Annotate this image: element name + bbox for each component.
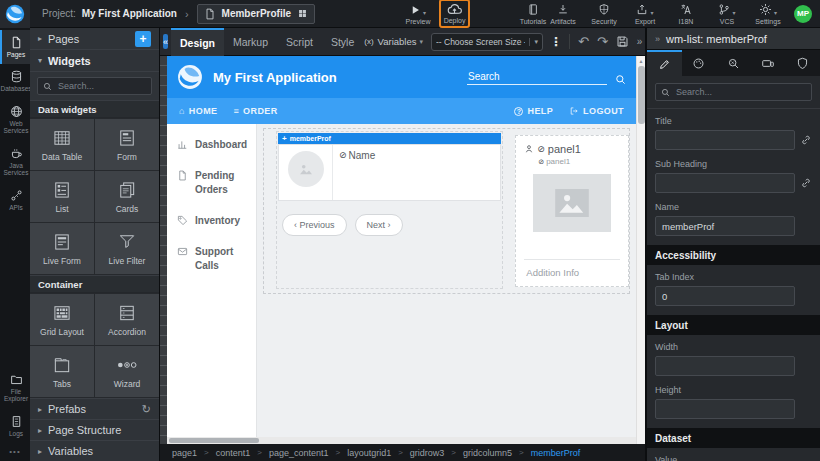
next-button[interactable]: Next › [355,214,403,236]
design-canvas[interactable]: My First Application ⌂ HOME [167,56,636,444]
widgets-section-header[interactable]: ▾ Widgets [30,50,159,72]
settings-button[interactable]: ▾ Settings [753,3,783,25]
widget-tile-wizard[interactable]: Wizard [95,346,159,397]
tab-properties-events[interactable] [716,50,751,76]
collapse-properties-icon[interactable]: » [655,34,660,44]
panel-image-placeholder[interactable] [533,174,611,232]
undo-icon[interactable]: ↶ [578,34,589,49]
bind-link-icon[interactable] [800,177,812,189]
rail-item-logs[interactable]: Logs [0,409,30,443]
rail-item-databases[interactable]: Databases [0,64,30,98]
tab-style[interactable]: Style [322,28,363,56]
collapse-right-panel-button[interactable]: » [637,36,643,47]
picture-placeholder[interactable] [288,151,324,187]
widget-search[interactable] [37,77,152,95]
widget-tile-accordion[interactable]: Accordion [95,294,159,345]
refresh-icon[interactable]: ↻ [142,403,151,416]
add-page-button[interactable]: + [135,31,151,47]
prefabs-section-header[interactable]: ▸ Prefabs ↻ [30,398,159,419]
hscroll-thumb[interactable] [169,438,259,443]
page-structure-section-header[interactable]: ▸ Page Structure [30,419,159,440]
widget-search-input[interactable] [56,80,146,92]
tutorials-button[interactable]: Tutorials [518,3,548,25]
canvas-vertical-scrollbar[interactable]: ▲ [636,56,645,444]
nav-help[interactable]: ? HELP [514,106,553,116]
subheading-input[interactable] [655,173,795,193]
tab-design[interactable]: Design [171,28,224,56]
pages-grid-icon[interactable] [297,8,308,19]
wavemaker-logo[interactable] [0,0,30,28]
widget-tile-tabs[interactable]: Tabs [30,346,94,397]
breadcrumb-item-memberprof[interactable]: memberProf [531,448,581,458]
width-input[interactable] [655,356,795,376]
tab-script[interactable]: Script [277,28,322,56]
properties-search-input[interactable] [674,86,806,98]
sidebar-item-support-calls[interactable]: Support Calls [177,245,246,273]
rail-item-pages[interactable]: Pages [0,30,30,64]
rail-item-web-services[interactable]: Web Services [0,99,30,141]
app-search-icon[interactable] [615,74,626,85]
page-selector[interactable]: MemberProfile [197,4,315,24]
vscroll-thumb[interactable] [638,66,645,124]
rail-overflow-dots[interactable]: ••• [0,443,30,461]
deploy-button[interactable]: Deploy [439,0,470,28]
panel-footer[interactable]: Addition Info [524,259,620,286]
panel-header[interactable]: ⊘ panel1 [524,143,620,155]
tabindex-input[interactable] [655,286,795,306]
breadcrumb-item-gridrow3[interactable]: gridrow3 [410,448,445,458]
tab-properties-styles[interactable] [682,50,717,76]
redo-icon[interactable]: ↷ [597,34,608,49]
more-options-kebab-icon[interactable]: ⋮ [550,35,562,49]
tab-properties-security[interactable] [785,50,820,76]
canvas-horizontal-scrollbar[interactable] [167,437,636,444]
widget-tile-grid-layout[interactable]: Grid Layout [30,294,94,345]
preview-button[interactable]: ▾ Preview [403,3,433,25]
name-input[interactable] [655,216,795,236]
widget-tile-live-filter[interactable]: Live Filter [95,223,159,274]
pages-section-header[interactable]: ▸ Pages + [30,28,159,50]
widget-tile-list[interactable]: List [30,171,94,222]
variables-dropdown[interactable]: (x) Variables ▾ [363,36,423,47]
widget-tile-cards[interactable]: Cards [95,171,159,222]
previous-button[interactable]: ‹ Previous [282,214,347,236]
breadcrumb-item-page-content1[interactable]: page_content1 [269,448,329,458]
widget-tile-live-form[interactable]: Live Form [30,223,94,274]
panel-widget[interactable]: ⊘ panel1 ⊘ panel1 [515,135,629,287]
tab-properties-devices[interactable] [751,50,786,76]
tab-properties-edit[interactable] [647,50,682,76]
artifacts-button[interactable]: Artifacts [548,3,578,25]
user-avatar[interactable]: MP [794,5,812,23]
rail-item-apis[interactable]: APIs [0,183,30,217]
widget-tile-form[interactable]: Form [95,119,159,170]
rail-item-file-explorer[interactable]: File Explorer [0,367,30,409]
height-input[interactable] [655,399,795,419]
breadcrumb-item-page1[interactable]: page1 [172,448,197,458]
breadcrumb-item-layoutgrid1[interactable]: layoutgrid1 [347,448,391,458]
collapse-left-panel-button[interactable]: « [163,34,168,49]
sidebar-item-pending-orders[interactable]: Pending Orders [177,169,246,197]
app-search[interactable] [467,69,626,85]
properties-search[interactable] [655,83,812,101]
layout-grid-zone[interactable]: + memberProf [263,128,630,294]
list-item-template[interactable]: ⊘ Name [278,144,501,201]
screen-size-select[interactable]: -- Choose Screen Size -- ▾ [431,33,543,51]
i18n-button[interactable]: I18N [671,3,701,25]
nav-home[interactable]: ⌂ HOME [179,106,217,116]
panel-subheader[interactable]: ⊘ panel1 [538,157,620,166]
title-input[interactable] [655,130,795,150]
export-button[interactable]: ▾ Export [630,3,660,25]
breadcrumb-item-content1[interactable]: content1 [216,448,251,458]
list-item-name-cell[interactable]: ⊘ Name [333,145,500,200]
variables-section-header[interactable]: ▸ Variables [30,440,159,461]
nav-logout[interactable]: LOGOUT [569,106,624,116]
widget-tile-data-table[interactable]: Data Table [30,119,94,170]
app-search-input[interactable] [467,69,607,85]
rail-item-java-services[interactable]: Java Services [0,141,30,183]
sidebar-item-dashboard[interactable]: Dashboard [177,138,246,152]
breadcrumb-item-gridcolumn5[interactable]: gridcolumn5 [463,448,512,458]
save-icon[interactable] [616,35,629,48]
nav-order[interactable]: ≡ ORDER [233,106,277,116]
scroll-up-icon[interactable]: ▲ [639,56,644,66]
sidebar-item-inventory[interactable]: Inventory [177,214,246,228]
grid-column-list[interactable]: + memberProf [276,131,503,289]
